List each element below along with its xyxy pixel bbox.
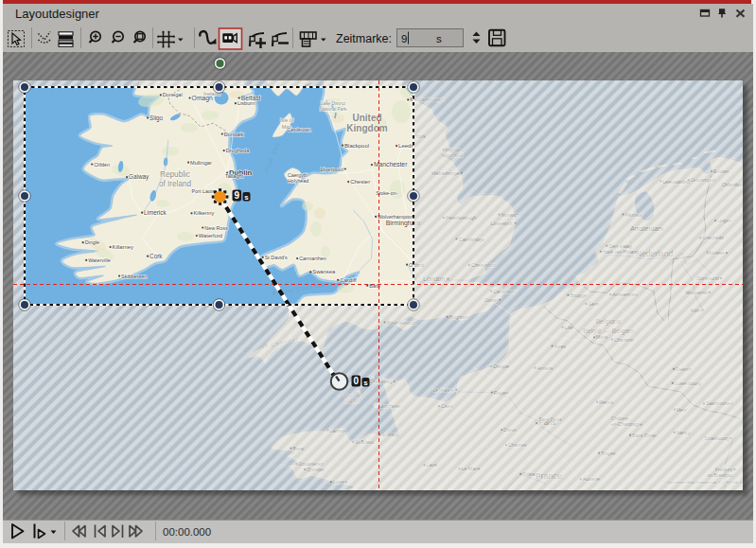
svg-text:9: 9: [401, 33, 407, 44]
svg-text:Zeitmarke:: Zeitmarke:: [336, 32, 392, 45]
svg-text:00:00.000: 00:00.000: [163, 526, 211, 538]
svg-text:s: s: [436, 33, 442, 44]
